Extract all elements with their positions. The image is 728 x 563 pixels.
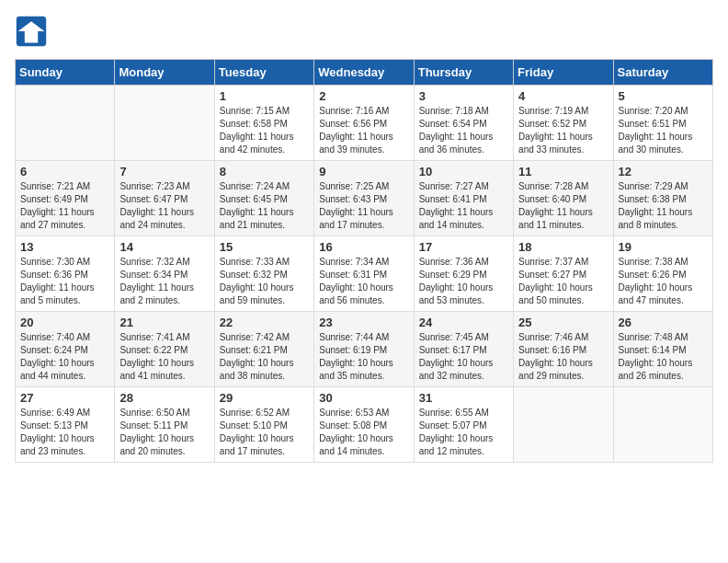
day-number: 6: [20, 165, 109, 178]
day-info: Sunrise: 7:19 AM Sunset: 6:52 PM Dayligh…: [518, 105, 608, 156]
calendar-cell: 27Sunrise: 6:49 AM Sunset: 5:13 PM Dayli…: [16, 387, 115, 463]
calendar-cell: 22Sunrise: 7:42 AM Sunset: 6:21 PM Dayli…: [214, 312, 313, 387]
day-info: Sunrise: 7:25 AM Sunset: 6:43 PM Dayligh…: [319, 180, 408, 232]
calendar-cell: 11Sunrise: 7:28 AM Sunset: 6:40 PM Dayli…: [514, 161, 613, 236]
day-number: 26: [619, 316, 708, 329]
day-info: Sunrise: 7:45 AM Sunset: 6:17 PM Dayligh…: [419, 331, 508, 383]
calendar-cell: [514, 387, 613, 463]
day-info: Sunrise: 7:48 AM Sunset: 6:14 PM Dayligh…: [619, 331, 708, 383]
day-info: Sunrise: 7:46 AM Sunset: 6:16 PM Dayligh…: [518, 331, 608, 383]
weekday-header-wednesday: Wednesday: [314, 60, 414, 86]
day-info: Sunrise: 7:18 AM Sunset: 6:54 PM Dayligh…: [419, 105, 508, 156]
calendar-cell: 31Sunrise: 6:55 AM Sunset: 5:07 PM Dayli…: [414, 387, 513, 463]
weekday-header-sunday: Sunday: [16, 60, 115, 86]
calendar-cell: 9Sunrise: 7:25 AM Sunset: 6:43 PM Daylig…: [314, 161, 414, 236]
day-number: 10: [419, 165, 508, 178]
weekday-header-saturday: Saturday: [613, 60, 712, 86]
day-info: Sunrise: 7:38 AM Sunset: 6:26 PM Dayligh…: [619, 256, 708, 307]
day-number: 30: [319, 391, 408, 405]
day-info: Sunrise: 7:44 AM Sunset: 6:19 PM Dayligh…: [319, 331, 408, 383]
calendar-cell: 19Sunrise: 7:38 AM Sunset: 6:26 PM Dayli…: [613, 236, 712, 312]
day-info: Sunrise: 7:24 AM Sunset: 6:45 PM Dayligh…: [220, 180, 309, 232]
calendar-cell: 28Sunrise: 6:50 AM Sunset: 5:11 PM Dayli…: [115, 387, 214, 463]
calendar-cell: 18Sunrise: 7:37 AM Sunset: 6:27 PM Dayli…: [514, 236, 613, 312]
calendar-cell: 14Sunrise: 7:32 AM Sunset: 6:34 PM Dayli…: [115, 236, 214, 312]
day-number: 9: [319, 165, 408, 178]
day-number: 13: [20, 240, 109, 254]
day-info: Sunrise: 6:49 AM Sunset: 5:13 PM Dayligh…: [20, 407, 109, 458]
calendar-cell: 21Sunrise: 7:41 AM Sunset: 6:22 PM Dayli…: [115, 312, 214, 387]
calendar-cell: 6Sunrise: 7:21 AM Sunset: 6:49 PM Daylig…: [16, 161, 115, 236]
day-number: 3: [419, 89, 508, 103]
day-info: Sunrise: 7:15 AM Sunset: 6:58 PM Dayligh…: [220, 105, 309, 156]
day-number: 8: [220, 165, 309, 178]
day-info: Sunrise: 7:29 AM Sunset: 6:38 PM Dayligh…: [619, 180, 708, 232]
day-info: Sunrise: 7:28 AM Sunset: 6:40 PM Dayligh…: [518, 180, 608, 232]
day-number: 2: [319, 89, 408, 103]
calendar-cell: 23Sunrise: 7:44 AM Sunset: 6:19 PM Dayli…: [314, 312, 414, 387]
day-info: Sunrise: 7:27 AM Sunset: 6:41 PM Dayligh…: [419, 180, 508, 232]
day-info: Sunrise: 7:42 AM Sunset: 6:21 PM Dayligh…: [220, 331, 309, 383]
day-number: 16: [319, 240, 408, 254]
day-info: Sunrise: 6:52 AM Sunset: 5:10 PM Dayligh…: [220, 407, 309, 458]
calendar-cell: 10Sunrise: 7:27 AM Sunset: 6:41 PM Dayli…: [414, 161, 513, 236]
calendar-cell: 12Sunrise: 7:29 AM Sunset: 6:38 PM Dayli…: [613, 161, 712, 236]
day-info: Sunrise: 7:34 AM Sunset: 6:31 PM Dayligh…: [319, 256, 408, 307]
calendar-header: SundayMondayTuesdayWednesdayThursdayFrid…: [16, 60, 713, 86]
day-number: 19: [619, 240, 708, 254]
calendar-cell: 30Sunrise: 6:53 AM Sunset: 5:08 PM Dayli…: [314, 387, 414, 463]
day-number: 14: [119, 240, 209, 254]
calendar-cell: [115, 86, 214, 161]
weekday-header-thursday: Thursday: [414, 60, 513, 86]
day-number: 17: [419, 240, 508, 254]
weekday-header-friday: Friday: [514, 60, 613, 86]
calendar-cell: 16Sunrise: 7:34 AM Sunset: 6:31 PM Dayli…: [314, 236, 414, 312]
calendar-cell: 29Sunrise: 6:52 AM Sunset: 5:10 PM Dayli…: [214, 387, 313, 463]
calendar-cell: 26Sunrise: 7:48 AM Sunset: 6:14 PM Dayli…: [613, 312, 712, 387]
day-number: 28: [119, 391, 209, 405]
day-number: 12: [619, 165, 708, 178]
day-info: Sunrise: 7:32 AM Sunset: 6:34 PM Dayligh…: [119, 256, 209, 307]
day-number: 18: [518, 240, 608, 254]
calendar-table: SundayMondayTuesdayWednesdayThursdayFrid…: [15, 59, 713, 463]
day-number: 22: [220, 316, 309, 329]
day-info: Sunrise: 7:40 AM Sunset: 6:24 PM Dayligh…: [20, 331, 109, 383]
day-info: Sunrise: 6:50 AM Sunset: 5:11 PM Dayligh…: [119, 407, 209, 458]
calendar-cell: 17Sunrise: 7:36 AM Sunset: 6:29 PM Dayli…: [414, 236, 513, 312]
day-number: 23: [319, 316, 408, 329]
day-info: Sunrise: 7:41 AM Sunset: 6:22 PM Dayligh…: [119, 331, 209, 383]
day-info: Sunrise: 7:16 AM Sunset: 6:56 PM Dayligh…: [319, 105, 408, 156]
day-number: 5: [619, 89, 708, 103]
day-number: 20: [20, 316, 109, 329]
day-number: 25: [518, 316, 608, 329]
day-number: 21: [119, 316, 209, 329]
calendar-cell: 4Sunrise: 7:19 AM Sunset: 6:52 PM Daylig…: [514, 86, 613, 161]
calendar-cell: [16, 86, 115, 161]
day-number: 1: [220, 89, 309, 103]
day-info: Sunrise: 6:53 AM Sunset: 5:08 PM Dayligh…: [319, 407, 408, 458]
calendar-cell: 24Sunrise: 7:45 AM Sunset: 6:17 PM Dayli…: [414, 312, 513, 387]
day-info: Sunrise: 7:33 AM Sunset: 6:32 PM Dayligh…: [220, 256, 309, 307]
day-number: 4: [518, 89, 608, 103]
day-number: 29: [220, 391, 309, 405]
calendar-cell: 15Sunrise: 7:33 AM Sunset: 6:32 PM Dayli…: [214, 236, 313, 312]
day-number: 27: [20, 391, 109, 405]
calendar-cell: 2Sunrise: 7:16 AM Sunset: 6:56 PM Daylig…: [314, 86, 414, 161]
logo: [15, 15, 51, 48]
weekday-header-monday: Monday: [115, 60, 214, 86]
day-info: Sunrise: 7:21 AM Sunset: 6:49 PM Dayligh…: [20, 180, 109, 232]
day-info: Sunrise: 7:30 AM Sunset: 6:36 PM Dayligh…: [20, 256, 109, 307]
calendar-cell: 20Sunrise: 7:40 AM Sunset: 6:24 PM Dayli…: [16, 312, 115, 387]
calendar-cell: 1Sunrise: 7:15 AM Sunset: 6:58 PM Daylig…: [214, 86, 313, 161]
page-header: [15, 15, 713, 48]
day-info: Sunrise: 7:36 AM Sunset: 6:29 PM Dayligh…: [419, 256, 508, 307]
calendar-cell: 5Sunrise: 7:20 AM Sunset: 6:51 PM Daylig…: [613, 86, 712, 161]
day-number: 24: [419, 316, 508, 329]
calendar-cell: [613, 387, 712, 463]
calendar-cell: 13Sunrise: 7:30 AM Sunset: 6:36 PM Dayli…: [16, 236, 115, 312]
day-number: 15: [220, 240, 309, 254]
day-info: Sunrise: 7:23 AM Sunset: 6:47 PM Dayligh…: [119, 180, 209, 232]
weekday-header-tuesday: Tuesday: [214, 60, 313, 86]
day-number: 7: [119, 165, 209, 178]
calendar-cell: 25Sunrise: 7:46 AM Sunset: 6:16 PM Dayli…: [514, 312, 613, 387]
